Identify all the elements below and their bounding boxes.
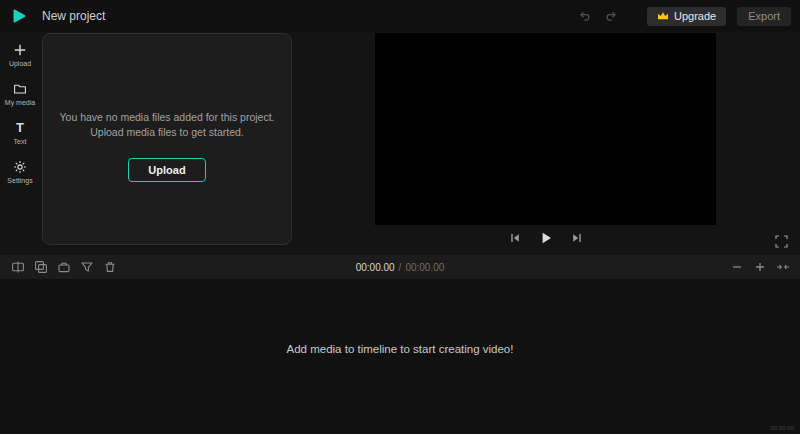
- timeline-empty-message: Add media to timeline to start creating …: [0, 343, 800, 355]
- duplicate-button[interactable]: [32, 259, 49, 276]
- sidebar-item-my-media[interactable]: My media: [0, 81, 40, 106]
- timeline-tools: [9, 259, 118, 276]
- sidebar-item-label: Upload: [9, 60, 31, 67]
- total-duration: 00:00.00: [405, 262, 444, 273]
- gear-icon: [13, 159, 27, 174]
- plus-icon: [13, 42, 27, 57]
- skip-back-button[interactable]: [505, 228, 525, 248]
- upload-button[interactable]: Upload: [128, 158, 206, 182]
- media-empty-line2: Upload media files to get started.: [60, 125, 275, 140]
- media-empty-line1: You have no media files added for this p…: [60, 110, 275, 125]
- archive-button[interactable]: [55, 259, 72, 276]
- timeline-zoom-controls: [728, 259, 791, 276]
- sidebar-item-settings[interactable]: Settings: [0, 159, 40, 184]
- media-panel: You have no media files added for this p…: [42, 33, 292, 245]
- sidebar-item-text[interactable]: T Text: [0, 120, 40, 145]
- current-time: 00:00.00: [356, 262, 395, 273]
- left-sidebar: Upload My media T Text Settings: [0, 32, 40, 255]
- top-bar: New project Upgrad: [0, 0, 800, 32]
- crown-icon: [657, 11, 669, 21]
- trash-button[interactable]: [101, 259, 118, 276]
- timeline-toolbar: 00:00.00/00:00.00: [0, 255, 800, 279]
- timeline-area[interactable]: Add media to timeline to start creating …: [0, 279, 800, 434]
- upgrade-label: Upgrade: [674, 10, 716, 22]
- app-root: New project Upgrad: [0, 0, 800, 434]
- fullscreen-button[interactable]: [771, 231, 791, 251]
- sidebar-item-upload[interactable]: Upload: [0, 42, 40, 67]
- app-logo-icon[interactable]: [9, 6, 29, 26]
- export-button[interactable]: Export: [737, 7, 791, 26]
- project-title: New project: [42, 9, 105, 23]
- media-empty-message: You have no media files added for this p…: [60, 110, 275, 140]
- zoom-out-button[interactable]: [728, 259, 745, 276]
- sidebar-item-label: Text: [14, 138, 27, 145]
- topbar-actions: Upgrade Export: [575, 6, 791, 26]
- sidebar-item-label: My media: [5, 99, 35, 106]
- folder-icon: [13, 81, 27, 96]
- filter-button[interactable]: [78, 259, 95, 276]
- text-icon: T: [16, 120, 24, 135]
- time-separator: /: [399, 262, 402, 273]
- zoom-in-button[interactable]: [751, 259, 768, 276]
- footer-watermark: 00:00:00: [771, 425, 794, 431]
- time-display: 00:00.00/00:00.00: [0, 262, 800, 273]
- sidebar-item-label: Settings: [7, 177, 32, 184]
- upgrade-button[interactable]: Upgrade: [647, 7, 726, 26]
- redo-button[interactable]: [601, 6, 621, 26]
- video-preview-canvas[interactable]: [375, 33, 716, 225]
- play-button[interactable]: [536, 228, 556, 248]
- undo-button[interactable]: [575, 6, 595, 26]
- zoom-fit-button[interactable]: [774, 259, 791, 276]
- skip-forward-button[interactable]: [567, 228, 587, 248]
- split-button[interactable]: [9, 259, 26, 276]
- preview-controls: [375, 228, 716, 248]
